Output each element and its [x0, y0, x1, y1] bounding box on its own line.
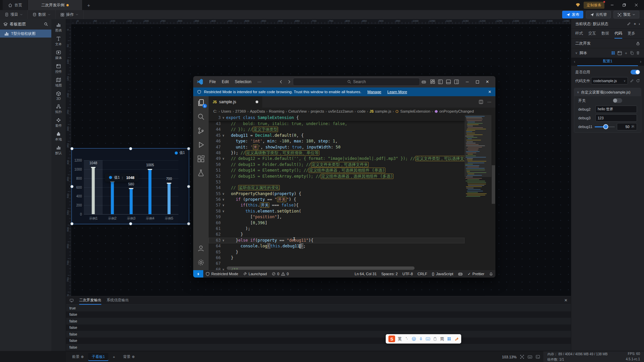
shortcut-keys-icon[interactable]	[528, 355, 532, 359]
horizontal-scrollbar[interactable]	[227, 266, 415, 270]
cursor-position-status[interactable]: Ln 64, Col 31	[352, 272, 379, 276]
code-line[interactable]: 44 // }); //定义字体类型	[209, 127, 465, 132]
collapse-panel-icon[interactable]: ›	[639, 22, 640, 26]
resize-handle-e[interactable]	[187, 185, 190, 188]
add-icon[interactable]: ⊕	[132, 355, 135, 359]
code-line[interactable]: 51 // debug14 = Element.empty(); //定义组件选…	[209, 168, 465, 173]
debug11-slider[interactable]	[595, 126, 615, 127]
code-line[interactable]: 61 );	[209, 226, 465, 232]
breadcrumb-item[interactable]: onPropertyChanged	[434, 109, 474, 113]
tool-text[interactable]: 文本	[52, 36, 65, 47]
editor-more-icon[interactable]: ···	[487, 100, 491, 104]
debug3-input[interactable]	[595, 114, 637, 122]
code-line[interactable]: 67	[209, 261, 465, 266]
chart-bar[interactable]	[92, 167, 95, 214]
editor-tab-samplejs[interactable]: JS sample.js	[209, 96, 263, 108]
edit-code-icon[interactable]	[630, 79, 634, 83]
voice-icon[interactable]	[419, 337, 423, 341]
indentation-status[interactable]: Spaces: 2	[379, 272, 400, 276]
tab-document[interactable]: 二次开发示例	[28, 0, 83, 10]
fold-icon[interactable]: ∨	[221, 202, 226, 208]
vscode-title-bar[interactable]: FileEditSelection··· Search ─ ✕	[193, 76, 495, 87]
vertical-scrollbar[interactable]	[491, 115, 495, 270]
breadcrumb-item[interactable]: projects	[311, 109, 324, 113]
chart-legend[interactable]: 值1	[175, 150, 185, 155]
toolbox-icon[interactable]	[447, 337, 451, 341]
code-line[interactable]: 53	[209, 179, 465, 185]
code-line[interactable]: 66 }	[209, 255, 465, 261]
script-view-grid-icon[interactable]	[611, 51, 615, 55]
menu-[interactable]: ···	[255, 78, 264, 85]
test-beaker-icon[interactable]	[197, 169, 205, 177]
banner-manage-link[interactable]: Manage	[367, 90, 381, 94]
menu-edit[interactable]: Edit	[219, 78, 231, 85]
code-line[interactable]: 57∨ if(this.开关 === false){	[209, 202, 465, 208]
menu-file[interactable]: File	[207, 78, 218, 85]
extensions-icon[interactable]	[197, 155, 205, 163]
config-next-icon[interactable]: ›	[640, 59, 641, 64]
layer-item-grouped-bar[interactable]: T型分组柱状图	[0, 29, 51, 38]
board-tab[interactable]: 前景⊕	[69, 353, 87, 361]
console-toggle-icon[interactable]	[536, 355, 540, 359]
launchpad-status[interactable]: Launchpad	[240, 272, 269, 276]
formatter-status[interactable]: ✓Prettier	[465, 272, 487, 276]
code-file-select[interactable]: code/sample.js ∨	[591, 77, 628, 84]
console-tab-devoutput[interactable]: 二次开发输出	[79, 296, 101, 305]
tool-widget[interactable]: 控件	[52, 63, 65, 75]
language-status[interactable]: {}JavaScript	[430, 272, 456, 276]
lock-icon[interactable]	[636, 41, 640, 46]
menu-grid[interactable]: 操作	[56, 10, 84, 19]
resize-handle-ne[interactable]	[187, 147, 190, 150]
restricted-mode-status[interactable]: Restricted Mode	[203, 272, 240, 276]
tool-media[interactable]: 媒体	[52, 49, 65, 61]
panel-tab-数据[interactable]: 数据	[601, 28, 609, 39]
menu-file[interactable]: 项目	[0, 10, 28, 19]
fit-screen-icon[interactable]	[520, 355, 524, 359]
breadcrumb-item[interactable]: code	[357, 109, 366, 113]
menu-db[interactable]: 数据	[28, 10, 56, 19]
banner-close-icon[interactable]: ✕	[488, 89, 491, 94]
vscode-close-button[interactable]: ✕	[483, 77, 492, 86]
code-line[interactable]: 47 unit: '米', showInput: true, inputWidt…	[209, 144, 465, 150]
window-restore-button[interactable]	[620, 1, 629, 9]
fold-icon[interactable]: ∨	[221, 197, 226, 202]
panel-tab-代码[interactable]: 代码	[614, 28, 622, 39]
code-line[interactable]: 60 [0,396]	[209, 220, 465, 226]
banner-learnmore-link[interactable]: Learn More	[387, 90, 407, 94]
window-close-button[interactable]	[632, 1, 641, 9]
code-line[interactable]: 49∨ // debug12 = File.default('', { form…	[209, 156, 465, 162]
nav-back-icon[interactable]	[279, 79, 283, 84]
layout-toggle-icons[interactable]	[430, 79, 460, 84]
fold-icon[interactable]: ∨	[221, 191, 226, 197]
code-line[interactable]: 56∨ if (property == "开关") {	[209, 197, 465, 202]
fold-icon[interactable]: ∨	[221, 156, 226, 162]
enable-toggle[interactable]	[631, 70, 640, 74]
code-line[interactable]: 65 }	[209, 249, 465, 255]
fold-icon[interactable]: ∨	[221, 208, 226, 214]
chart-bar[interactable]	[129, 188, 132, 214]
breadcrumb[interactable]: C:›Users›27369›AppData›Roaming›CetusView…	[209, 108, 495, 115]
copilot-icon[interactable]	[421, 79, 426, 84]
duplicate-script-icon[interactable]	[630, 51, 634, 55]
code-line[interactable]: 63∨ }else if(property == "debug11"){	[209, 238, 465, 243]
breadcrumb-item[interactable]: AppData	[250, 109, 265, 113]
simplified-label[interactable]: 简	[440, 336, 444, 342]
new-tab-button[interactable]: +	[83, 0, 95, 10]
ime-toolbar[interactable]: S英’·简	[386, 334, 461, 344]
search-sidebar-icon[interactable]	[197, 113, 205, 120]
console-tab-sysinfo[interactable]: 系统信息输出	[107, 296, 129, 305]
board-tab[interactable]: +	[110, 353, 118, 361]
code-line[interactable]: 59 ["position"],	[209, 214, 465, 220]
vscode-minimize-button[interactable]: ─	[463, 77, 472, 86]
account-icon[interactable]	[197, 245, 205, 252]
bar-chart-component[interactable]: 值1 0200400600800100012001048示例1735示例2580…	[72, 148, 189, 224]
fold-icon[interactable]: ∨	[221, 238, 226, 243]
tab-home[interactable]: 首页	[3, 0, 28, 10]
chart-bar[interactable]	[149, 169, 152, 214]
breadcrumb-item[interactable]: CetusView	[288, 109, 307, 113]
code-line[interactable]: 54 // 监听自定义属性的变化	[209, 185, 465, 191]
skin-icon[interactable]	[454, 337, 459, 341]
emoji-icon[interactable]	[412, 337, 416, 341]
tool-local[interactable]: 本地	[52, 131, 65, 142]
publish-button[interactable]: 发布	[562, 11, 583, 18]
